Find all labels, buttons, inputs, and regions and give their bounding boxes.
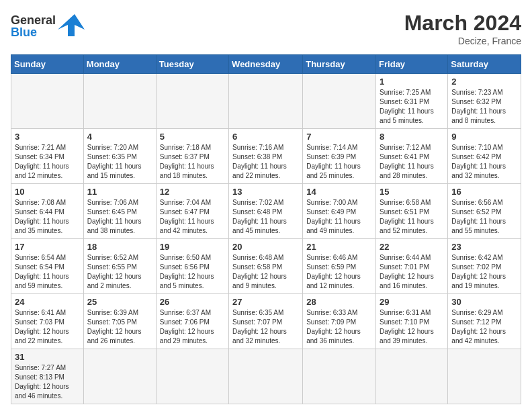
day-number: 17	[15, 242, 80, 252]
logo-svg: General Blue	[11, 11, 91, 41]
day-info: Sunrise: 6:44 AM Sunset: 7:01 PM Dayligh…	[380, 253, 444, 291]
day-number: 16	[451, 187, 517, 197]
calendar-week-row: 3Sunrise: 7:21 AM Sunset: 6:34 PM Daylig…	[11, 129, 521, 184]
calendar-cell	[156, 74, 228, 129]
day-info: Sunrise: 7:16 AM Sunset: 6:38 PM Dayligh…	[232, 143, 299, 181]
calendar-cell: 20Sunrise: 6:48 AM Sunset: 6:58 PM Dayli…	[229, 239, 303, 294]
day-number: 25	[87, 297, 152, 307]
calendar-cell: 4Sunrise: 7:20 AM Sunset: 6:35 PM Daylig…	[83, 129, 156, 184]
day-number: 5	[160, 132, 225, 142]
day-info: Sunrise: 7:08 AM Sunset: 6:44 PM Dayligh…	[15, 198, 80, 236]
day-number: 14	[306, 187, 372, 197]
calendar-cell: 14Sunrise: 7:00 AM Sunset: 6:49 PM Dayli…	[303, 184, 376, 239]
day-number: 26	[160, 297, 225, 307]
calendar-cell: 23Sunrise: 6:42 AM Sunset: 7:02 PM Dayli…	[448, 239, 521, 294]
day-info: Sunrise: 7:20 AM Sunset: 6:35 PM Dayligh…	[87, 143, 152, 181]
calendar-cell: 7Sunrise: 7:14 AM Sunset: 6:39 PM Daylig…	[303, 129, 376, 184]
day-number: 2	[451, 77, 517, 87]
calendar-cell: 11Sunrise: 7:06 AM Sunset: 6:45 PM Dayli…	[83, 184, 156, 239]
calendar-cell: 25Sunrise: 6:39 AM Sunset: 7:05 PM Dayli…	[83, 294, 156, 349]
day-number: 23	[451, 242, 517, 252]
calendar-week-row: 17Sunrise: 6:54 AM Sunset: 6:54 PM Dayli…	[11, 239, 521, 294]
calendar-cell	[229, 74, 303, 129]
calendar-cell: 9Sunrise: 7:10 AM Sunset: 6:42 PM Daylig…	[448, 129, 521, 184]
calendar-cell: 29Sunrise: 6:31 AM Sunset: 7:10 PM Dayli…	[376, 294, 448, 349]
day-number: 12	[160, 187, 225, 197]
day-info: Sunrise: 6:41 AM Sunset: 7:03 PM Dayligh…	[15, 308, 80, 346]
day-number: 1	[380, 77, 444, 87]
calendar-cell: 6Sunrise: 7:16 AM Sunset: 6:38 PM Daylig…	[229, 129, 303, 184]
day-info: Sunrise: 6:56 AM Sunset: 6:52 PM Dayligh…	[451, 198, 517, 236]
day-info: Sunrise: 7:06 AM Sunset: 6:45 PM Dayligh…	[87, 198, 152, 236]
calendar-cell: 21Sunrise: 6:46 AM Sunset: 6:59 PM Dayli…	[303, 239, 376, 294]
calendar-table: SundayMondayTuesdayWednesdayThursdayFrid…	[11, 54, 521, 404]
calendar-cell: 18Sunrise: 6:52 AM Sunset: 6:55 PM Dayli…	[83, 239, 156, 294]
col-header-saturday: Saturday	[448, 55, 521, 74]
calendar-cell: 26Sunrise: 6:37 AM Sunset: 7:06 PM Dayli…	[156, 294, 228, 349]
calendar-cell: 3Sunrise: 7:21 AM Sunset: 6:34 PM Daylig…	[11, 129, 84, 184]
day-info: Sunrise: 6:37 AM Sunset: 7:06 PM Dayligh…	[160, 308, 225, 346]
day-info: Sunrise: 6:46 AM Sunset: 6:59 PM Dayligh…	[306, 253, 372, 291]
day-info: Sunrise: 7:10 AM Sunset: 6:42 PM Dayligh…	[451, 143, 517, 181]
calendar-week-row: 10Sunrise: 7:08 AM Sunset: 6:44 PM Dayli…	[11, 184, 521, 239]
day-number: 31	[15, 352, 80, 362]
col-header-tuesday: Tuesday	[156, 55, 228, 74]
calendar-cell: 19Sunrise: 6:50 AM Sunset: 6:56 PM Dayli…	[156, 239, 228, 294]
day-number: 6	[232, 132, 299, 142]
day-number: 22	[380, 242, 444, 252]
location: Decize, France	[404, 36, 521, 46]
day-info: Sunrise: 7:12 AM Sunset: 6:41 PM Dayligh…	[380, 143, 444, 181]
svg-text:Blue: Blue	[11, 26, 37, 39]
svg-marker-2	[58, 14, 85, 36]
calendar-cell: 16Sunrise: 6:56 AM Sunset: 6:52 PM Dayli…	[448, 184, 521, 239]
calendar-cell: 28Sunrise: 6:33 AM Sunset: 7:09 PM Dayli…	[303, 294, 376, 349]
day-info: Sunrise: 7:18 AM Sunset: 6:37 PM Dayligh…	[160, 143, 225, 181]
day-info: Sunrise: 6:33 AM Sunset: 7:09 PM Dayligh…	[306, 308, 372, 346]
day-info: Sunrise: 6:52 AM Sunset: 6:55 PM Dayligh…	[87, 253, 152, 291]
calendar-cell: 27Sunrise: 6:35 AM Sunset: 7:07 PM Dayli…	[229, 294, 303, 349]
day-number: 13	[232, 187, 299, 197]
day-number: 9	[451, 132, 517, 142]
page-header: General Blue March 2024 Decize, France	[11, 11, 521, 46]
calendar-cell	[229, 349, 303, 404]
day-number: 29	[380, 297, 444, 307]
calendar-cell	[303, 74, 376, 129]
day-info: Sunrise: 7:27 AM Sunset: 8:13 PM Dayligh…	[15, 363, 80, 401]
day-number: 8	[380, 132, 444, 142]
calendar-cell: 30Sunrise: 6:29 AM Sunset: 7:12 PM Dayli…	[448, 294, 521, 349]
calendar-cell: 10Sunrise: 7:08 AM Sunset: 6:44 PM Dayli…	[11, 184, 84, 239]
calendar-cell: 8Sunrise: 7:12 AM Sunset: 6:41 PM Daylig…	[376, 129, 448, 184]
calendar-week-row: 31Sunrise: 7:27 AM Sunset: 8:13 PM Dayli…	[11, 349, 521, 404]
day-number: 11	[87, 187, 152, 197]
day-info: Sunrise: 6:50 AM Sunset: 6:56 PM Dayligh…	[160, 253, 225, 291]
day-number: 15	[380, 187, 444, 197]
day-number: 18	[87, 242, 152, 252]
day-info: Sunrise: 6:42 AM Sunset: 7:02 PM Dayligh…	[451, 253, 517, 291]
day-number: 7	[306, 132, 372, 142]
col-header-monday: Monday	[83, 55, 156, 74]
calendar-cell: 1Sunrise: 7:25 AM Sunset: 6:31 PM Daylig…	[376, 74, 448, 129]
day-number: 30	[451, 297, 517, 307]
calendar-cell: 15Sunrise: 6:58 AM Sunset: 6:51 PM Dayli…	[376, 184, 448, 239]
logo: General Blue	[11, 11, 91, 41]
day-number: 20	[232, 242, 299, 252]
calendar-cell	[83, 349, 156, 404]
day-number: 3	[15, 132, 80, 142]
col-header-wednesday: Wednesday	[229, 55, 303, 74]
day-number: 24	[15, 297, 80, 307]
day-info: Sunrise: 7:04 AM Sunset: 6:47 PM Dayligh…	[160, 198, 225, 236]
day-info: Sunrise: 6:54 AM Sunset: 6:54 PM Dayligh…	[15, 253, 80, 291]
col-header-sunday: Sunday	[11, 55, 84, 74]
calendar-cell	[303, 349, 376, 404]
calendar-cell: 22Sunrise: 6:44 AM Sunset: 7:01 PM Dayli…	[376, 239, 448, 294]
calendar-cell	[83, 74, 156, 129]
calendar-cell: 24Sunrise: 6:41 AM Sunset: 7:03 PM Dayli…	[11, 294, 84, 349]
day-info: Sunrise: 7:23 AM Sunset: 6:32 PM Dayligh…	[451, 88, 517, 126]
month-title: March 2024	[404, 11, 521, 36]
day-info: Sunrise: 7:02 AM Sunset: 6:48 PM Dayligh…	[232, 198, 299, 236]
calendar-header-row: SundayMondayTuesdayWednesdayThursdayFrid…	[11, 55, 521, 74]
day-info: Sunrise: 7:14 AM Sunset: 6:39 PM Dayligh…	[306, 143, 372, 181]
day-number: 28	[306, 297, 372, 307]
day-info: Sunrise: 6:31 AM Sunset: 7:10 PM Dayligh…	[380, 308, 444, 346]
day-info: Sunrise: 7:21 AM Sunset: 6:34 PM Dayligh…	[15, 143, 80, 181]
